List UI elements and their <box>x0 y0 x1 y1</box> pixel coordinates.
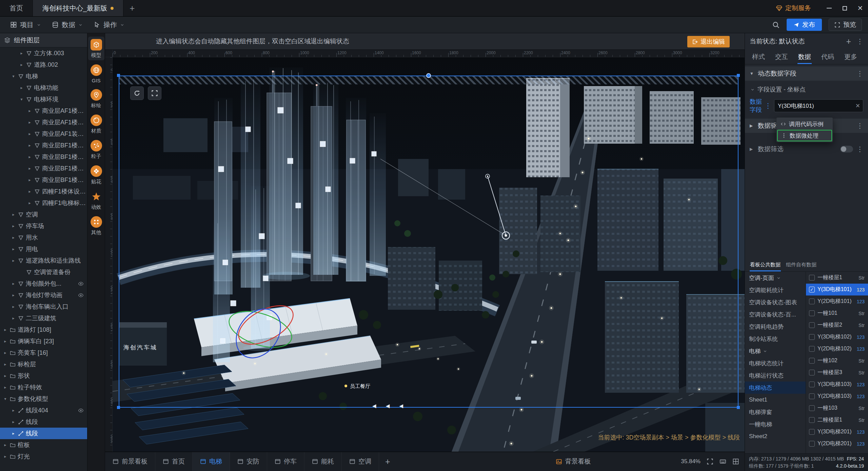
tool-plot[interactable]: 标绘 <box>88 87 104 110</box>
tree-expander-icon[interactable]: ▾ <box>19 97 24 102</box>
tree-expander-icon[interactable]: ▸ <box>11 258 16 263</box>
tree-item[interactable]: ▸ 商业层AF1装饰.002 <box>0 128 87 140</box>
tree-item[interactable]: ▸ 标检层 <box>0 359 87 370</box>
checkbox[interactable] <box>809 299 815 304</box>
tree-expander-icon[interactable]: ▸ <box>3 373 8 378</box>
tree-item[interactable]: ▸ 立方体.003 <box>0 47 87 59</box>
data-field-more-icon[interactable]: ⋮ <box>765 102 771 109</box>
tree-expander-icon[interactable]: ▸ <box>11 419 16 424</box>
checkbox[interactable] <box>809 417 815 423</box>
field-item[interactable]: Y(2D电梯201) 123 <box>806 438 868 450</box>
data-filter-toggle[interactable] <box>840 146 853 152</box>
data-scope-tab[interactable]: 看板公共数据 <box>748 258 783 271</box>
tree-item[interactable]: ▸ 商业层BF1楼体2... <box>0 174 87 186</box>
section-more-icon[interactable]: ⋮ <box>856 70 863 77</box>
tool-model[interactable]: 模型 <box>88 37 104 60</box>
eye-icon[interactable] <box>78 292 84 298</box>
checkbox[interactable] <box>809 358 815 364</box>
tree-item[interactable]: ▸ 海创颜外包... <box>0 278 87 289</box>
data-source-item[interactable]: 电梯 <box>745 345 806 357</box>
checkbox[interactable] <box>809 275 815 281</box>
tree-expander-icon[interactable]: ▸ <box>3 327 8 332</box>
tree-expander-icon[interactable]: ▸ <box>3 443 8 447</box>
tree-expander-icon[interactable]: ▸ <box>11 293 16 298</box>
selection-handle[interactable] <box>737 406 740 409</box>
tree-expander-icon[interactable]: ▸ <box>3 350 8 355</box>
tree-item[interactable]: ▾ 参数化模型 <box>0 393 87 405</box>
data-source-item[interactable]: 空调-页面 <box>745 272 806 284</box>
data-scope-tab[interactable]: 组件自有数据 <box>784 258 819 271</box>
tree-expander-icon[interactable]: ▸ <box>11 247 16 251</box>
tree-expander-icon[interactable]: ▸ <box>11 304 16 309</box>
checkbox[interactable] <box>809 429 815 435</box>
data-source-item[interactable]: 一幢电梯 <box>745 418 806 430</box>
tree-expander-icon[interactable]: ▸ <box>11 431 16 436</box>
field-item[interactable]: Y(2D电梯103) 123 <box>806 390 868 402</box>
tree-item[interactable]: ▸ 道路灯 [108] <box>0 324 87 335</box>
data-source-item[interactable]: 空调耗电趋势 <box>745 321 806 333</box>
exit-edit-button[interactable]: 退出编辑 <box>687 36 730 47</box>
data-source-item[interactable]: 电梯运行状态 <box>745 369 806 382</box>
data-field-input[interactable] <box>774 99 863 112</box>
tree-item[interactable]: ▸ 商业层BF1楼体.玻... <box>0 151 87 163</box>
tree-item[interactable]: ▸ 粒子特效 <box>0 382 87 393</box>
close-button[interactable]: ✕ <box>852 0 868 17</box>
tree-item[interactable]: ▸ 楦板 <box>0 439 87 451</box>
tree-item[interactable]: ▸ 四幢F1电梯标识0... <box>0 197 87 209</box>
tree-item[interactable]: ▸ 停车场 <box>0 220 87 232</box>
field-item[interactable]: 一幢102 Str <box>806 355 868 367</box>
tree-item[interactable]: ▸ 用水 <box>0 232 87 243</box>
state-more-icon[interactable]: ⋮ <box>856 38 863 45</box>
tree-item[interactable]: ▸ 商业层BF1楼体.002 <box>0 140 87 151</box>
clear-field-icon[interactable]: ✕ <box>855 102 860 109</box>
tab-home[interactable]: 首页 <box>0 0 33 16</box>
checkbox[interactable] <box>809 322 815 328</box>
minimize-button[interactable] <box>821 0 837 17</box>
tree-expander-icon[interactable]: ▸ <box>19 51 24 56</box>
selection-top-handle[interactable] <box>426 73 431 78</box>
checkbox[interactable] <box>809 334 815 340</box>
board-tab[interactable]: 能耗 <box>304 452 342 471</box>
tree-item[interactable]: ▸ 线段 <box>0 428 87 439</box>
context-menu-item[interactable]: 调用代码示例 <box>777 118 832 130</box>
tree-item[interactable]: ▸ 二三级建筑 <box>0 312 87 324</box>
tree-item[interactable]: ▸ 商业层AF1楼体.002 <box>0 105 87 117</box>
scene-3d-view[interactable]: 海创汽车城 员工餐厅 <box>113 57 745 452</box>
tree-expander-icon[interactable]: ▸ <box>11 408 16 413</box>
tree-item[interactable]: ▸ 海创车辆出入口 <box>0 301 87 312</box>
selection-handle[interactable] <box>117 406 120 409</box>
tool-gis[interactable]: GIS <box>88 62 104 85</box>
grid-icon[interactable] <box>732 458 739 465</box>
tree-expander-icon[interactable]: ▸ <box>27 178 32 182</box>
data-source-item[interactable]: Sheet1 <box>745 394 806 406</box>
tree-item[interactable]: ▸ 商业层BF1楼体2.0... <box>0 163 87 174</box>
field-item[interactable]: Y(2D电梯102) 123 <box>806 343 868 355</box>
inspector-tab[interactable]: 更多 <box>839 49 862 64</box>
selection-handle[interactable] <box>737 74 740 77</box>
maximize-button[interactable] <box>837 0 852 17</box>
tree-expander-icon[interactable]: ▸ <box>27 143 32 148</box>
tree-expander-icon[interactable]: ▸ <box>27 120 32 125</box>
fit-screen-icon[interactable] <box>707 458 713 465</box>
tree-item[interactable]: ▸ 电梯功能 <box>0 82 87 94</box>
data-source-item[interactable]: 空调设备状态-百... <box>745 308 806 321</box>
menu-project[interactable]: 项目 <box>5 17 46 33</box>
publish-button[interactable]: 发布 <box>787 19 822 31</box>
tree-expander-icon[interactable]: ▸ <box>3 362 8 367</box>
checkbox[interactable] <box>809 441 815 447</box>
board-tab[interactable]: 空调 <box>342 452 379 471</box>
tree-expander-icon[interactable]: ▸ <box>11 235 16 240</box>
inspector-tab[interactable]: 样式 <box>747 49 770 64</box>
data-source-item[interactable]: 制冷站系统 <box>745 333 806 345</box>
section-dynamic-fields[interactable]: ▼ 动态数据字段 ⋮ <box>745 66 868 81</box>
tree-expander-icon[interactable]: ▸ <box>3 339 8 344</box>
inspector-tab[interactable]: 交互 <box>770 49 793 64</box>
reset-camera-button[interactable] <box>130 86 144 100</box>
section-more-icon[interactable]: ⋮ <box>856 146 863 152</box>
tree-item[interactable]: ▸ 线段404 <box>0 405 87 416</box>
tree-expander-icon[interactable]: ▸ <box>27 189 32 194</box>
tree-item[interactable]: ▸ 海创灯带动画 <box>0 289 87 301</box>
field-item[interactable]: Y(2D电梯101) 123 <box>806 295 868 307</box>
tree-expander-icon[interactable]: ▸ <box>11 316 16 321</box>
data-source-item[interactable]: 电梯动态 <box>745 382 806 394</box>
